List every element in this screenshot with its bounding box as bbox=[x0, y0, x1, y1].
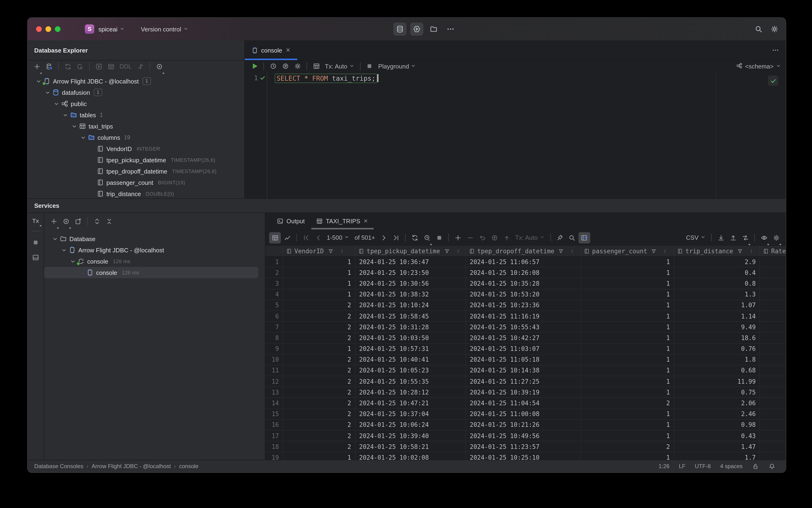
cell-tpep-dropoff-datetime[interactable]: 2024-01-25 10:25:10 bbox=[466, 453, 581, 460]
cell-rate[interactable] bbox=[760, 354, 786, 365]
cell-tpep-dropoff-datetime[interactable]: 2024-01-25 10:55:43 bbox=[466, 322, 581, 332]
stop-icon[interactable] bbox=[364, 60, 375, 72]
cell-trip-distance[interactable]: 1.3 bbox=[674, 289, 760, 299]
cell-tpep-pickup-datetime[interactable]: 2024-01-25 10:05:23 bbox=[355, 366, 466, 376]
cell-tpep-dropoff-datetime[interactable]: 2024-01-25 11:04:54 bbox=[466, 398, 581, 408]
cell-tpep-pickup-datetime[interactable]: 2024-01-25 10:58:45 bbox=[355, 311, 466, 321]
cell-vendorid[interactable]: 1 bbox=[283, 344, 355, 354]
cell-tpep-pickup-datetime[interactable]: 2024-01-25 10:38:32 bbox=[355, 289, 466, 299]
cell-vendorid[interactable]: 2 bbox=[283, 300, 355, 310]
pin-icon[interactable] bbox=[554, 232, 566, 243]
cell-tpep-dropoff-datetime[interactable]: 2024-01-25 10:23:36 bbox=[466, 300, 581, 310]
column-header-passenger-count[interactable]: passenger_count bbox=[581, 246, 674, 256]
cell-tpep-dropoff-datetime[interactable]: 2024-01-25 11:03:07 bbox=[466, 344, 581, 354]
cell-vendorid[interactable]: 2 bbox=[283, 333, 355, 343]
search-icon[interactable] bbox=[566, 232, 578, 243]
row-number[interactable]: 16 bbox=[265, 420, 283, 430]
tab-console[interactable]: console bbox=[245, 40, 297, 60]
cell-trip-distance[interactable]: 0.43 bbox=[674, 431, 760, 441]
collapse-all-icon[interactable] bbox=[103, 216, 115, 227]
tree-item-database[interactable]: Database bbox=[44, 233, 265, 244]
indent-style[interactable]: 4 spaces bbox=[720, 463, 742, 470]
cell-vendorid[interactable]: 1 bbox=[283, 257, 355, 267]
cell-rate[interactable] bbox=[760, 387, 786, 397]
cell-tpep-dropoff-datetime[interactable]: 2024-01-25 11:23:57 bbox=[466, 441, 581, 452]
row-number[interactable]: 8 bbox=[265, 333, 283, 343]
row-number[interactable]: 15 bbox=[265, 409, 283, 419]
navigate-icon[interactable] bbox=[135, 61, 146, 72]
breadcrumb-console[interactable]: console bbox=[179, 463, 198, 470]
cell-vendorid[interactable]: 2 bbox=[283, 366, 355, 376]
tree-item-public[interactable]: public bbox=[28, 98, 244, 109]
stop-icon[interactable] bbox=[433, 232, 445, 243]
cell-trip-distance[interactable]: 2.9 bbox=[674, 257, 760, 267]
search-icon[interactable] bbox=[752, 23, 765, 36]
cell-passenger-count[interactable]: 1 bbox=[581, 311, 674, 321]
cell-passenger-count[interactable]: 1 bbox=[581, 431, 674, 441]
chart-icon[interactable] bbox=[281, 232, 293, 243]
column-header-trip-distance[interactable]: trip_distance bbox=[674, 246, 760, 256]
cell-tpep-pickup-datetime[interactable]: 2024-01-25 10:57:31 bbox=[355, 344, 466, 354]
cell-passenger-count[interactable]: 1 bbox=[581, 420, 674, 430]
cell-passenger-count[interactable]: 1 bbox=[581, 366, 674, 376]
more-icon[interactable] bbox=[444, 23, 457, 36]
history-icon[interactable] bbox=[267, 60, 279, 72]
schema-selector[interactable]: <schema> bbox=[736, 60, 781, 72]
cell-tpep-dropoff-datetime[interactable]: 2024-01-25 11:00:08 bbox=[466, 409, 581, 419]
close-window-button[interactable] bbox=[36, 26, 42, 32]
cell-tpep-dropoff-datetime[interactable]: 2024-01-25 10:53:20 bbox=[466, 289, 581, 299]
row-number[interactable]: 14 bbox=[265, 398, 283, 408]
services-tool-icon[interactable] bbox=[410, 23, 423, 36]
cell-tpep-pickup-datetime[interactable]: 2024-01-25 10:23:50 bbox=[355, 267, 466, 278]
cell-rate[interactable] bbox=[760, 420, 786, 430]
gear-icon[interactable] bbox=[770, 232, 782, 243]
tree-item-passenger-count[interactable]: passenger_countBIGINT(19) bbox=[28, 177, 244, 188]
cell-rate[interactable] bbox=[760, 333, 786, 343]
cell-passenger-count[interactable]: 1 bbox=[581, 267, 674, 278]
code-area[interactable]: 1 SELECT * FROM taxi_trips; bbox=[245, 72, 786, 199]
cell-passenger-count[interactable]: 1 bbox=[581, 279, 674, 289]
cell-rate[interactable] bbox=[760, 322, 786, 332]
caret-position[interactable]: 1:26 bbox=[659, 463, 670, 470]
chevron-down-icon[interactable] bbox=[52, 235, 59, 242]
cell-tpep-pickup-datetime[interactable]: 2024-01-25 10:28:12 bbox=[355, 387, 466, 397]
row-number[interactable]: 1 bbox=[265, 257, 283, 267]
cell-rate[interactable] bbox=[760, 431, 786, 441]
lock-open-icon[interactable] bbox=[752, 463, 759, 470]
revert-icon[interactable] bbox=[476, 232, 488, 243]
cell-rate[interactable] bbox=[760, 257, 786, 267]
column-header-tpep-pickup-datetime[interactable]: tpep_pickup_datetime bbox=[355, 246, 466, 256]
cell-passenger-count[interactable]: 1 bbox=[581, 409, 674, 419]
gear-icon[interactable] bbox=[291, 60, 303, 72]
cell-tpep-pickup-datetime[interactable]: 2024-01-25 10:02:08 bbox=[355, 453, 466, 460]
row-number[interactable]: 4 bbox=[265, 289, 283, 299]
row-number[interactable]: 13 bbox=[265, 387, 283, 397]
cell-passenger-count[interactable]: 1 bbox=[581, 289, 674, 299]
parameters-icon[interactable] bbox=[279, 60, 291, 72]
stop-icon[interactable] bbox=[30, 237, 42, 248]
cell-trip-distance[interactable]: 11.99 bbox=[674, 376, 760, 386]
cell-tpep-dropoff-datetime[interactable]: 2024-01-25 10:39:19 bbox=[466, 387, 581, 397]
cell-passenger-count[interactable]: 1 bbox=[581, 387, 674, 397]
row-number[interactable]: 6 bbox=[265, 311, 283, 321]
cell-trip-distance[interactable]: 0.68 bbox=[674, 366, 760, 376]
row-number[interactable]: 19 bbox=[265, 453, 283, 460]
cell-passenger-count[interactable]: 1 bbox=[581, 300, 674, 310]
file-encoding[interactable]: UTF-8 bbox=[695, 463, 711, 470]
tab-output[interactable]: Output bbox=[272, 213, 309, 229]
cell-tpep-pickup-datetime[interactable]: 2024-01-25 10:40:41 bbox=[355, 354, 466, 365]
cell-rate[interactable] bbox=[760, 279, 786, 289]
cell-passenger-count[interactable]: 1 bbox=[581, 376, 674, 386]
cell-passenger-count[interactable]: 1 bbox=[581, 322, 674, 332]
tree-item-datafusion[interactable]: datafusion1 bbox=[28, 87, 244, 98]
tree-item-taxi-trips[interactable]: taxi_trips bbox=[28, 121, 244, 132]
tree-item-tpep-dropoff-datetime[interactable]: tpep_dropoff_datetimeTIMESTAMP(26,6) bbox=[28, 166, 244, 177]
cell-tpep-pickup-datetime[interactable]: 2024-01-25 10:10:24 bbox=[355, 300, 466, 310]
cell-passenger-count[interactable]: 1 bbox=[581, 354, 674, 365]
export-format-selector[interactable]: CSV bbox=[684, 234, 708, 241]
editor-options-icon[interactable] bbox=[769, 45, 781, 56]
upload-icon[interactable] bbox=[727, 232, 739, 243]
prev-page-icon[interactable] bbox=[312, 232, 324, 243]
cell-tpep-dropoff-datetime[interactable]: 2024-01-25 11:05:18 bbox=[466, 354, 581, 365]
cell-passenger-count[interactable]: 2 bbox=[581, 441, 674, 452]
